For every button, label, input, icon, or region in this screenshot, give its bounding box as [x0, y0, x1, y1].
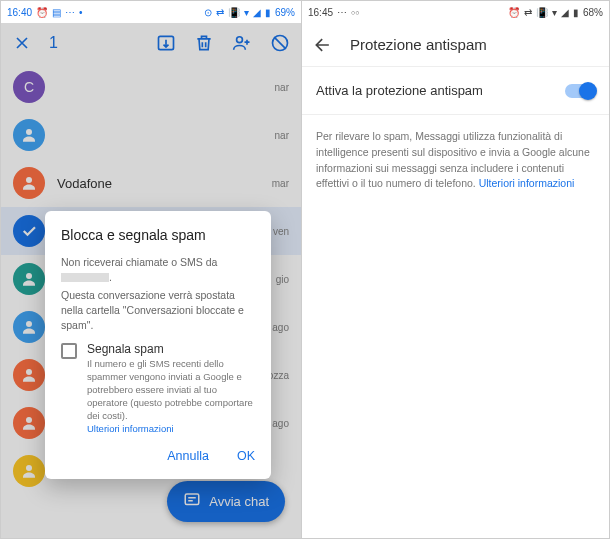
phone-left: 16:40 ⏰ ▤ ⋯ • ⊙ ⇄ 📳 ▾ ◢ ▮ 69% 1	[0, 0, 302, 539]
avatar	[13, 263, 45, 295]
redacted-number	[61, 273, 109, 282]
archive-button[interactable]	[155, 32, 177, 54]
status-icon: ⋯	[337, 7, 347, 18]
svg-rect-10	[186, 494, 200, 505]
svg-point-4	[26, 177, 32, 183]
add-contact-button[interactable]	[231, 32, 253, 54]
delete-button[interactable]	[193, 32, 215, 54]
phone-right: 16:45 ⋯ ○○ ⏰ ⇄ 📳 ▾ ◢ ▮ 68% Protezione an…	[302, 0, 610, 539]
svg-point-8	[26, 417, 32, 423]
close-selection-button[interactable]	[11, 32, 33, 54]
svg-point-7	[26, 369, 32, 375]
status-battery: 68%	[583, 7, 603, 18]
link-icon: ⇄	[216, 7, 224, 18]
selection-toolbar: 1	[1, 23, 301, 63]
spam-protection-toggle[interactable]	[565, 84, 595, 98]
block-spam-dialog: Blocca e segnala spam Non riceverai chia…	[45, 211, 271, 479]
avatar	[13, 407, 45, 439]
conversation-date: nar	[275, 130, 289, 141]
status-battery: 69%	[275, 7, 295, 18]
setting-label: Attiva la protezione antispam	[316, 83, 565, 98]
avatar	[13, 359, 45, 391]
dialog-body1: Non riceverai chiamate o SMS da .	[61, 255, 255, 284]
more-info-link[interactable]: Ulteriori informazioni	[87, 423, 174, 434]
conversation-name: Vodafone	[57, 176, 266, 191]
conversation-date: nar	[275, 82, 289, 93]
link-icon: ⇄	[524, 7, 532, 18]
svg-point-1	[237, 37, 243, 43]
conversation-date: ven	[273, 226, 289, 237]
svg-point-3	[26, 129, 32, 135]
conversation-item[interactable]: Vodafone mar	[1, 159, 301, 207]
dialog-cancel-button[interactable]: Annulla	[167, 449, 209, 463]
alarm-icon: ⏰	[36, 7, 48, 18]
report-spam-checkbox[interactable]	[61, 343, 77, 359]
avatar-selected	[13, 215, 45, 247]
svg-point-6	[26, 321, 32, 327]
battery-icon: ▮	[573, 7, 579, 18]
wifi-icon: ▾	[552, 7, 557, 18]
signal-icon: ◢	[561, 7, 569, 18]
dialog-ok-button[interactable]: OK	[237, 449, 255, 463]
vpn-icon: ⊙	[204, 7, 212, 18]
status-time: 16:45	[308, 7, 333, 18]
avatar: C	[13, 71, 45, 103]
avatar	[13, 311, 45, 343]
signal-icon: ◢	[253, 7, 261, 18]
conversation-date: gio	[276, 274, 289, 285]
avatar	[13, 455, 45, 487]
statusbar-right: 16:45 ⋯ ○○ ⏰ ⇄ 📳 ▾ ◢ ▮ 68%	[302, 1, 609, 23]
status-icon: ○○	[351, 9, 359, 16]
svg-point-9	[26, 465, 32, 471]
dialog-body2: Questa conversazione verrà spostata nell…	[61, 288, 255, 332]
status-icon: •	[79, 7, 83, 18]
spam-protection-setting[interactable]: Attiva la protezione antispam	[302, 67, 609, 115]
conversation-item[interactable]: nar	[1, 111, 301, 159]
alarm-icon: ⏰	[508, 7, 520, 18]
status-icon: ▤	[52, 7, 61, 18]
statusbar-left: 16:40 ⏰ ▤ ⋯ • ⊙ ⇄ 📳 ▾ ◢ ▮ 69%	[1, 1, 301, 23]
fab-label: Avvia chat	[209, 494, 269, 509]
checkbox-label: Segnala spam	[87, 342, 255, 356]
block-button[interactable]	[269, 32, 291, 54]
info-text-block: Per rilevare lo spam, Messaggi utilizza …	[302, 115, 609, 206]
battery-icon: ▮	[265, 7, 271, 18]
status-time: 16:40	[7, 7, 32, 18]
back-button[interactable]	[312, 34, 334, 56]
conversation-date: mar	[272, 178, 289, 189]
more-info-link[interactable]: Ulteriori informazioni	[479, 177, 575, 189]
wifi-icon: ▾	[244, 7, 249, 18]
start-chat-fab[interactable]: Avvia chat	[167, 481, 285, 522]
vibrate-icon: 📳	[536, 7, 548, 18]
avatar	[13, 119, 45, 151]
svg-point-5	[26, 273, 32, 279]
checkbox-description: Il numero e gli SMS recenti dello spamme…	[87, 358, 255, 422]
settings-header: Protezione antispam	[302, 23, 609, 67]
dialog-title: Blocca e segnala spam	[61, 227, 255, 243]
selection-count: 1	[49, 34, 58, 52]
chat-icon	[183, 491, 201, 512]
page-title: Protezione antispam	[350, 36, 487, 53]
status-icon: ⋯	[65, 7, 75, 18]
avatar	[13, 167, 45, 199]
conversation-item[interactable]: C nar	[1, 63, 301, 111]
vibrate-icon: 📳	[228, 7, 240, 18]
